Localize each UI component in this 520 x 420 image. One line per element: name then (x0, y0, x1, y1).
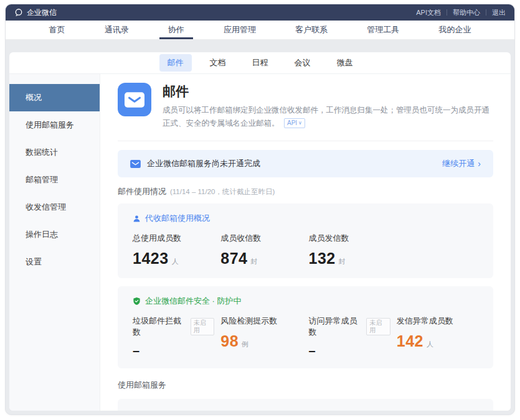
stat-label: 总使用成员数 (133, 233, 214, 244)
chevron-right-icon: › (478, 159, 481, 168)
continue-setup-label: 继续开通 (442, 158, 475, 169)
stat-label: 垃圾邮件拦截数 (133, 315, 186, 338)
setup-banner: 企业微信邮箱服务尚未开通完成 继续开通 › (118, 150, 493, 177)
mail-security-card: 企业微信邮件安全 · 防护中 垃圾邮件拦截数 未启用 – (118, 286, 493, 368)
security-card-title: 企业微信邮件安全 · 防护中 (145, 296, 242, 307)
api-dropdown[interactable]: API ∨ (284, 118, 305, 128)
wecom-logo-icon (14, 8, 23, 17)
stat-value: 1423 (133, 250, 169, 268)
subnav-tab-meeting[interactable]: 会议 (286, 54, 319, 72)
stat-label: 成员收信数 (220, 233, 302, 244)
usage-date-range: (11/14 – 11/20，统计截止至昨日) (170, 187, 275, 197)
topbar-link-logout[interactable]: 退出 (492, 8, 506, 17)
security-card-header: 企业微信邮件安全 · 防护中 (133, 296, 478, 307)
stat-spam-blocked: 垃圾邮件拦截数 未启用 – (133, 315, 214, 358)
topbar: 企业微信 API文档 帮助中心 退出 (6, 4, 514, 21)
nav-tab-my-company[interactable]: 我的企业 (430, 21, 480, 39)
stat-label: 发信异常成员数 (397, 315, 478, 327)
divider (486, 9, 486, 16)
stat-unit: 人 (172, 257, 179, 266)
nav-tab-customer-contact[interactable]: 客户联系 (286, 21, 336, 39)
divider (118, 141, 493, 141)
stat-risk-alerts: 风险检测提示数 98 例 (220, 315, 302, 358)
topbar-link-api-docs[interactable]: API文档 (416, 8, 441, 17)
not-enabled-badge: 未启用 (366, 318, 390, 335)
app-header-text: 邮件 成员可以将工作邮箱绑定到企业微信收发邮件，工作消息归集一处；管理员也可统一… (163, 83, 493, 129)
stat-label: 访问异常成员数 (309, 315, 362, 338)
domain-card: 企业域名 tangyun.com 开通中 继续开通 ··· (118, 399, 493, 411)
stat-total-members: 总使用成员数 1423 人 (133, 233, 214, 268)
stat-unit: 封 (250, 257, 257, 266)
sidebar-item-send-receive[interactable]: 收发信管理 (9, 194, 100, 221)
nav-tab-admin-tools[interactable]: 管理工具 (358, 21, 408, 39)
brand-name: 企业微信 (27, 7, 57, 18)
topbar-links: API文档 帮助中心 退出 (416, 8, 506, 17)
stat-value: – (309, 343, 316, 358)
brand: 企业微信 (14, 7, 57, 18)
stat-unit: 封 (339, 257, 346, 266)
user-icon (133, 215, 141, 223)
subnav-tab-drive[interactable]: 微盘 (329, 54, 361, 72)
stat-unit: 人 (427, 340, 433, 349)
proxy-card-title: 代收邮箱使用概况 (145, 213, 210, 224)
usage-section-header: 邮件使用情况 (11/14 – 11/20，统计截止至昨日) (118, 186, 493, 197)
subnav-tab-docs[interactable]: 文档 (202, 54, 234, 72)
sidebar-item-statistics[interactable]: 数据统计 (9, 139, 100, 166)
nav-tab-contacts[interactable]: 通讯录 (96, 21, 138, 39)
app-description-text: 成员可以将工作邮箱绑定到企业微信收发邮件，工作消息归集一处；管理员也可统一为成员… (163, 106, 489, 128)
sub-nav: 邮件 文档 日程 会议 微盘 (9, 52, 511, 74)
chevron-down-icon: ∨ (298, 119, 302, 128)
app-header: 邮件 成员可以将工作邮箱绑定到企业微信收发邮件，工作消息归集一处；管理员也可统一… (118, 83, 493, 129)
proxy-card-header: 代收邮箱使用概况 (133, 213, 478, 224)
subnav-tab-calendar[interactable]: 日程 (244, 54, 277, 72)
service-section-title: 使用邮箱服务 (118, 380, 493, 391)
content-card: 邮件 文档 日程 会议 微盘 概况 使用邮箱服务 数据统计 邮箱管理 收发信管理… (9, 52, 511, 411)
workspace: 邮件 文档 日程 会议 微盘 概况 使用邮箱服务 数据统计 邮箱管理 收发信管理… (6, 40, 514, 414)
topbar-link-help-center[interactable]: 帮助中心 (453, 8, 480, 17)
stat-abnormal-access: 访问异常成员数 未启用 – (309, 315, 390, 358)
nav-tab-app-management[interactable]: 应用管理 (215, 21, 265, 39)
stat-value: 98 (220, 332, 239, 350)
usage-section-title: 邮件使用情况 (118, 186, 166, 197)
proxy-stats: 总使用成员数 1423 人 成员收信数 874 封 (133, 233, 478, 268)
mail-icon (130, 160, 141, 168)
continue-setup-link[interactable]: 继续开通 › (442, 158, 481, 169)
sidebar: 概况 使用邮箱服务 数据统计 邮箱管理 收发信管理 操作日志 设置 (9, 74, 100, 411)
stat-label: 风险检测提示数 (220, 315, 302, 327)
banner-text: 企业微信邮箱服务尚未开通完成 (147, 158, 260, 169)
stat-value: 142 (397, 332, 423, 350)
divider (447, 9, 447, 16)
app-window: 企业微信 API文档 帮助中心 退出 首页 通讯录 协作 应用管理 客户联系 管… (5, 4, 515, 415)
content-row: 概况 使用邮箱服务 数据统计 邮箱管理 收发信管理 操作日志 设置 (9, 74, 511, 411)
not-enabled-badge: 未启用 (191, 318, 214, 335)
security-stats: 垃圾邮件拦截数 未启用 – 风险检测提示数 98 (133, 315, 478, 358)
stat-value: 874 (220, 250, 247, 268)
stat-value: – (133, 343, 140, 358)
nav-tab-collaboration[interactable]: 协作 (159, 21, 193, 39)
shield-icon (133, 297, 141, 306)
sidebar-item-mail-service[interactable]: 使用邮箱服务 (9, 111, 100, 139)
stat-unit: 例 (242, 340, 248, 349)
stat-abnormal-senders: 发信异常成员数 142 人 (397, 315, 478, 358)
subnav-tab-mail[interactable]: 邮件 (159, 54, 192, 72)
stat-value: 132 (309, 250, 336, 268)
stat-mails-received: 成员收信数 874 封 (220, 233, 302, 268)
main-content: 邮件 成员可以将工作邮箱绑定到企业微信收发邮件，工作消息归集一处；管理员也可统一… (100, 74, 511, 411)
proxy-usage-card: 代收邮箱使用概况 总使用成员数 1423 人 成员收信 (118, 203, 493, 278)
sidebar-item-settings[interactable]: 设置 (9, 248, 100, 276)
mail-app-icon (118, 83, 151, 116)
sidebar-item-overview[interactable]: 概况 (9, 84, 100, 111)
page-title: 邮件 (163, 83, 493, 100)
sidebar-item-operation-log[interactable]: 操作日志 (9, 221, 100, 248)
stat-mails-sent: 成员发信数 132 封 (309, 233, 390, 268)
app-description: 成员可以将工作邮箱绑定到企业微信收发邮件，工作消息归集一处；管理员也可统一为成员… (163, 104, 493, 129)
stat-label: 成员发信数 (309, 233, 390, 244)
sidebar-item-mailbox-management[interactable]: 邮箱管理 (9, 166, 100, 194)
api-label: API (287, 119, 297, 128)
nav-tab-home[interactable]: 首页 (40, 21, 74, 39)
main-nav: 首页 通讯录 协作 应用管理 客户联系 管理工具 我的企业 (6, 21, 514, 40)
